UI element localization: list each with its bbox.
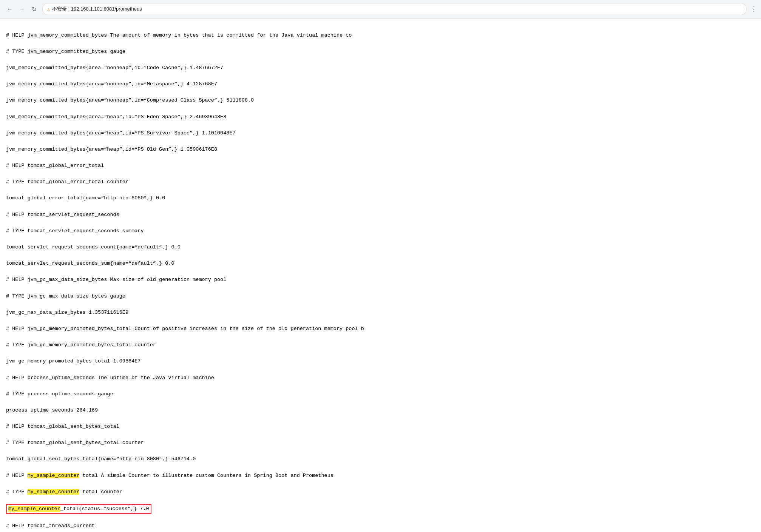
line-27: tomcat_global_sent_bytes_total{name=“htt… [6, 455, 755, 463]
line-18: jvm_gc_max_data_size_bytes 1.353711616E9 [6, 308, 755, 317]
browser-toolbar: ← → ↻ ⚠ 不安全 | 192.168.1.101:8081/prometh… [0, 0, 761, 18]
line-11: tomcat_global_error_total{name=“http-nio… [6, 194, 755, 202]
line-30: my_sample_counter_total{status=“success”… [6, 504, 755, 514]
line-29: # TYPE my_sample_counter total counter [6, 488, 755, 496]
line-9: # HELP tomcat_global_error_total [6, 162, 755, 170]
line-25: # HELP tomcat_global_sent_bytes_total [6, 423, 755, 431]
reload-button[interactable]: ↻ [29, 4, 39, 14]
line-28: # HELP my_sample_counter total A simple … [6, 472, 755, 480]
line-31: # HELP tomcat_threads_current [6, 522, 755, 530]
forward-button[interactable]: → [17, 4, 27, 14]
line-26: # TYPE tomcat_global_sent_bytes_total co… [6, 439, 755, 447]
line-1: # HELP jvm_memory_committed_bytes The am… [6, 31, 755, 40]
line-8: jvm_memory_committed_bytes{area=“heap”,i… [6, 145, 755, 154]
line-3: jvm_memory_committed_bytes{area=“nonheap… [6, 64, 755, 72]
line-15: tomcat_servlet_request_seconds_sum{name=… [6, 259, 755, 268]
back-button[interactable]: ← [5, 4, 15, 14]
line-16: # HELP jvm_gc_max_data_size_bytes Max si… [6, 276, 755, 284]
url-display: 不安全 | 192.168.1.101:8081/prometheus [52, 6, 742, 12]
line-10: # TYPE tomcat_global_error_total counter [6, 178, 755, 186]
line-17: # TYPE jvm_gc_max_data_size_bytes gauge [6, 292, 755, 301]
line-20: # TYPE jvm_gc_memory_promoted_bytes_tota… [6, 341, 755, 349]
line-21: jvm_gc_memory_promoted_bytes_total 1.098… [6, 357, 755, 365]
address-bar[interactable]: ⚠ 不安全 | 192.168.1.101:8081/prometheus [42, 3, 747, 15]
line-22: # HELP process_uptime_seconds The uptime… [6, 374, 755, 382]
counter-value-box: my_sample_counter_total{status=“success”… [6, 504, 151, 514]
security-icon: ⚠ [47, 6, 50, 12]
line-14: tomcat_servlet_request_seconds_count{nam… [6, 243, 755, 251]
menu-button[interactable]: ⋮ [750, 5, 756, 13]
line-7: jvm_memory_committed_bytes{area=“heap”,i… [6, 129, 755, 137]
line-6: jvm_memory_committed_bytes{area=“heap”,i… [6, 113, 755, 121]
line-24: process_uptime_seconds 264.169 [6, 406, 755, 415]
line-2: # TYPE jvm_memory_committed_bytes gauge [6, 48, 755, 56]
browser-chrome: ← → ↻ ⚠ 不安全 | 192.168.1.101:8081/prometh… [0, 0, 761, 19]
line-12: # HELP tomcat_servlet_request_seconds [6, 211, 755, 219]
nav-buttons: ← → ↻ [5, 4, 39, 14]
page-content: # HELP jvm_memory_committed_bytes The am… [0, 19, 761, 532]
help-highlight-my-sample-counter: my_sample_counter [28, 473, 80, 478]
line-19: # HELP jvm_gc_memory_promoted_bytes_tota… [6, 325, 755, 333]
line-4: jvm_memory_committed_bytes{area=“nonheap… [6, 80, 755, 88]
counter-name-highlight: my_sample_counter [8, 506, 60, 512]
line-23: # TYPE process_uptime_seconds gauge [6, 390, 755, 398]
type-highlight-my-sample-counter: my_sample_counter [28, 489, 80, 495]
line-13: # TYPE tomcat_servlet_request_seconds su… [6, 227, 755, 235]
line-5: jvm_memory_committed_bytes{area=“nonheap… [6, 96, 755, 105]
